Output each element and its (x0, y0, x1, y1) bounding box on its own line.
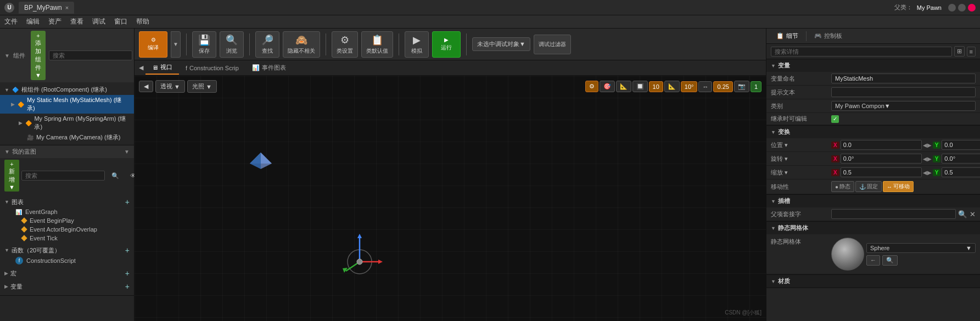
compile-arrow[interactable]: ▼ (171, 31, 181, 58)
event-tick[interactable]: Event Tick (4, 234, 130, 243)
editable-checkbox[interactable]: ✓ (831, 115, 839, 123)
bp-collapse[interactable]: ▼ (4, 149, 10, 155)
browse-button[interactable]: 🔍 浏览 (220, 31, 244, 58)
viewport[interactable]: ◀ 透视 ▼ 光照 ▼ ⚙ 🎯 📐 🔲 10 📐 10° (135, 76, 766, 321)
tab-control[interactable]: 🎮 控制板 (809, 30, 848, 42)
tab-construction-script[interactable]: f Construction Scrip (179, 63, 245, 74)
vp-camera-icon[interactable]: 📷 (734, 81, 749, 92)
mesh-arrow-btn[interactable]: ← (866, 255, 880, 266)
tree-item-root[interactable]: ▼ 🔷 根组件 (RootComponent) (继承) (0, 85, 134, 95)
socket-search-btn[interactable]: 🔍 (958, 210, 967, 218)
tree-item-camera[interactable]: 🎥 My Camera (MyCamera) (继承) (0, 132, 134, 143)
debug-filter-title[interactable]: 调试过滤器 (534, 35, 571, 54)
tab-viewport[interactable]: 🖥 视口 (145, 61, 179, 75)
slots-section-header[interactable]: ▼ 插槽 (766, 195, 980, 207)
vp-icon-btn1[interactable]: ⚙ (585, 81, 598, 92)
new-button[interactable]: + 新增▼ (4, 160, 19, 192)
list-view-button[interactable]: ≡ (967, 47, 976, 57)
transform-section-header[interactable]: ▼ 变换 (766, 126, 980, 138)
macros-header[interactable]: ▶ 宏 + (4, 268, 130, 279)
mobility-movable-btn[interactable]: ↔ 可移动 (883, 181, 914, 192)
menu-debug[interactable]: 调试 (92, 17, 105, 26)
run-button[interactable]: ▶ 运行 (432, 31, 461, 58)
save-button[interactable]: 💾 保存 (192, 31, 216, 58)
rot-x-arrow[interactable]: ◀▶ (923, 156, 932, 162)
vp-angle-icon[interactable]: 📐 (664, 81, 680, 92)
variables-header[interactable]: ▶ 变量 + (4, 281, 130, 292)
viewport-back-btn[interactable]: ◀ (139, 64, 143, 71)
mesh-search-btn2[interactable]: 🔍 (882, 255, 898, 266)
static-mesh-header[interactable]: ▼ 静态网格体 (766, 222, 980, 234)
var-add[interactable]: + (125, 282, 130, 291)
parent-socket-input[interactable] (831, 209, 956, 219)
vp-snap-num3[interactable]: 0.25 (713, 81, 732, 92)
event-graph-item[interactable]: 📊 EventGraph (4, 207, 130, 216)
variables-section-header[interactable]: ▼ 变量 (766, 59, 980, 72)
fn-add[interactable]: + (125, 246, 130, 255)
menu-file[interactable]: 文件 (4, 17, 18, 26)
vp-snap-num2[interactable]: 10° (681, 81, 698, 92)
mesh-dropdown[interactable]: Sphere ▼ (866, 243, 976, 253)
minimize-button[interactable] (948, 4, 956, 12)
find-button[interactable]: 🔎 查找 (255, 31, 279, 58)
class-settings-button[interactable]: ⚙ 类设置 (332, 31, 358, 58)
tree-item-staticmesh[interactable]: ▶ 🔶 My Static Mesh (MyStaticMesh) (继承) (0, 95, 134, 114)
tab-event-graph[interactable]: 📊 事件图表 (245, 61, 293, 74)
material-header[interactable]: ▼ 材质 (766, 275, 980, 288)
compile-dropdown[interactable]: ▼ (171, 31, 181, 58)
detail-search-input[interactable] (771, 47, 952, 57)
components-collapse[interactable]: ▼ (4, 53, 10, 59)
menu-asset[interactable]: 资产 (48, 17, 61, 26)
menu-view[interactable]: 查看 (70, 17, 83, 26)
maximize-button[interactable] (958, 4, 966, 12)
move-gizmo[interactable] (332, 226, 387, 283)
event-beginoverlap[interactable]: Event ActorBeginOverlap (4, 225, 130, 234)
menu-help[interactable]: 帮助 (136, 17, 149, 26)
mobility-fixed-btn[interactable]: ⚓ 固定 (855, 181, 882, 192)
add-component-button[interactable]: + 添加组件 ▼ (31, 31, 46, 80)
vp-scale-icon[interactable]: ↔ (698, 81, 712, 92)
grid-view-button[interactable]: ⊞ (954, 46, 965, 57)
scale-x-input[interactable] (841, 167, 922, 177)
vp-perspective-btn[interactable]: 透视 ▼ (155, 80, 185, 93)
tab-detail[interactable]: 📋 细节 (771, 30, 804, 42)
simulate-button[interactable]: ▶ 模拟 (405, 31, 429, 58)
hide-unrelated-button[interactable]: 🙈 隐藏不相关 (283, 31, 320, 58)
vp-icon-btn2[interactable]: 🎯 (600, 81, 615, 92)
graph-section-header[interactable]: ▼ 图表 + (4, 196, 130, 207)
mobility-static-btn[interactable]: ● 静态 (831, 181, 854, 192)
pos-y-input[interactable] (942, 140, 980, 150)
vp-icon-btn4[interactable]: 🔲 (632, 81, 648, 92)
scale-x-arrow[interactable]: ◀▶ (923, 170, 932, 176)
pos-x-arrow[interactable]: ◀▶ (923, 142, 932, 148)
construction-script-item[interactable]: f ConstructionScript (4, 256, 130, 266)
menu-edit[interactable]: 编辑 (26, 17, 40, 26)
functions-header[interactable]: ▼ 函数（20可覆盖） + (4, 245, 130, 256)
vp-lit-btn[interactable]: 光照 ▼ (187, 80, 217, 93)
blueprint-search-input[interactable] (21, 171, 105, 181)
vp-snap-num1[interactable]: 10 (649, 81, 663, 92)
class-defaults-button[interactable]: 📋 类默认值 (361, 31, 393, 58)
debug-filter[interactable]: 未选中调试对象▼ (472, 37, 530, 51)
tree-item-springarm[interactable]: ▶ 🔶 My Spring Arm (MySpringArm) (继承) (0, 114, 134, 132)
graph-add[interactable]: + (125, 198, 130, 206)
var-name-input[interactable] (831, 74, 976, 83)
vp-icon-btn3[interactable]: 📐 (616, 81, 631, 92)
rot-y-input[interactable] (942, 154, 980, 164)
title-tab[interactable]: BP_MyPawn × (19, 2, 74, 14)
category-dropdown[interactable]: My Pawn Compon▼ (831, 101, 976, 111)
menu-window[interactable]: 窗口 (114, 17, 127, 26)
bp-search-button[interactable]: 🔍 (107, 171, 124, 181)
tab-close[interactable]: × (65, 4, 69, 11)
close-button[interactable] (968, 4, 976, 12)
rot-x-input[interactable] (841, 154, 922, 164)
tip-text-input[interactable] (831, 87, 976, 97)
scale-y-input[interactable] (942, 167, 980, 177)
compile-button[interactable]: ⚙ 编译 (139, 31, 167, 58)
event-beginplay[interactable]: Event BeginPlay (4, 216, 130, 225)
component-search-input[interactable] (49, 50, 132, 60)
pos-x-input[interactable] (841, 140, 922, 150)
macro-add[interactable]: + (125, 269, 130, 278)
vp-back-btn[interactable]: ◀ (139, 81, 153, 92)
socket-clear-btn[interactable]: ✕ (970, 210, 976, 218)
